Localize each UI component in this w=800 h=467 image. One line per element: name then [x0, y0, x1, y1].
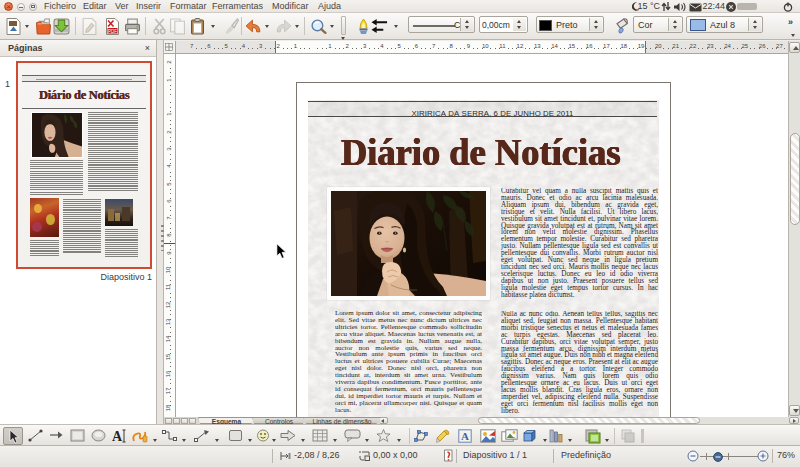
svg-text:A: A: [461, 430, 469, 442]
svg-text:A: A: [112, 429, 123, 443]
svg-text:PDF: PDF: [108, 29, 117, 34]
